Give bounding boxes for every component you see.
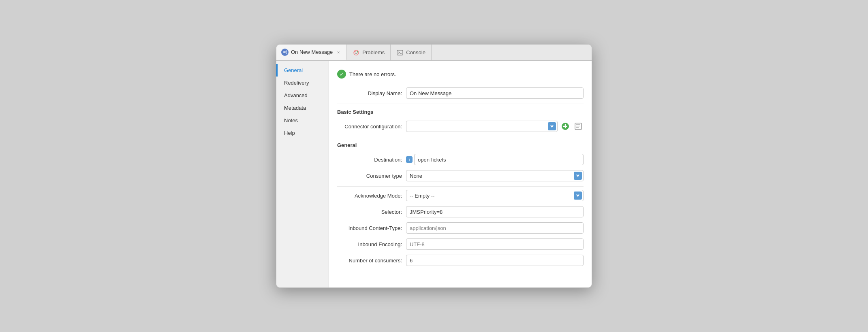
consumer-type-select-wrapper: None Topic Queue — [406, 170, 584, 181]
destination-input-wrap: i — [406, 154, 584, 165]
status-text: There are no errors. — [349, 71, 396, 77]
num-consumers-row: Number of consumers: — [337, 255, 584, 266]
inbound-encoding-input[interactable] — [406, 238, 584, 250]
acknowledge-mode-select[interactable]: -- Empty -- AUTO CLIENT DUPS_OK — [406, 190, 584, 201]
svg-point-0 — [283, 51, 285, 53]
sidebar-item-advanced[interactable]: Advanced — [276, 89, 329, 102]
num-consumers-label: Number of consumers: — [337, 258, 402, 264]
svg-point-1 — [286, 51, 287, 52]
connector-add-button[interactable] — [560, 121, 571, 132]
destination-row: Destination: i — [337, 154, 584, 165]
tab-on-new-message[interactable]: On New Message × — [276, 45, 347, 60]
inbound-content-type-row: Inbound Content-Type: — [337, 222, 584, 234]
connector-config-label: Connector configuration: — [337, 123, 402, 130]
tab-label: On New Message — [291, 49, 333, 55]
acknowledge-mode-label: Acknowledge Mode: — [337, 193, 402, 199]
title-bar: On New Message × Problems — [276, 45, 592, 61]
tab-console[interactable]: Console — [391, 45, 432, 60]
divider-1 — [337, 104, 584, 104]
basic-settings-heading: Basic Settings — [337, 109, 584, 117]
sidebar-item-help[interactable]: Help — [276, 127, 329, 139]
main-layout: General Redelivery Advanced Metadata Not… — [276, 61, 592, 287]
tab-close-button[interactable]: × — [335, 49, 342, 55]
num-consumers-input[interactable] — [406, 255, 584, 266]
display-name-row: Display Name: — [337, 87, 584, 99]
divider-2 — [337, 137, 584, 137]
selector-input[interactable] — [406, 206, 584, 217]
content-area: ✓ There are no errors. Display Name: Bas… — [329, 61, 592, 287]
acknowledge-mode-row: Acknowledge Mode: -- Empty -- AUTO CLIEN… — [337, 190, 584, 201]
tab-console-label: Console — [406, 49, 425, 55]
connector-select-wrapper — [406, 121, 558, 132]
svg-point-2 — [286, 53, 287, 54]
connector-config-row: Connector configuration: — [337, 121, 584, 132]
sidebar: General Redelivery Advanced Metadata Not… — [276, 61, 329, 287]
divider-3 — [337, 186, 584, 187]
destination-input[interactable] — [414, 154, 584, 165]
display-name-label: Display Name: — [337, 90, 402, 96]
sidebar-item-metadata[interactable]: Metadata — [276, 102, 329, 114]
selector-row: Selector: — [337, 206, 584, 217]
connector-edit-button[interactable] — [573, 121, 584, 132]
consumer-type-row: Consumer type None Topic Queue — [337, 170, 584, 181]
display-name-input[interactable] — [406, 87, 584, 99]
inbound-content-type-input[interactable] — [406, 222, 584, 234]
status-bar: ✓ There are no errors. — [337, 67, 584, 81]
connector-config-select[interactable] — [406, 121, 558, 132]
selector-label: Selector: — [337, 209, 402, 215]
tab-problems[interactable]: Problems — [347, 45, 391, 60]
acknowledge-mode-select-wrapper: -- Empty -- AUTO CLIENT DUPS_OK — [406, 190, 584, 201]
flow-icon — [281, 49, 289, 56]
main-window: On New Message × Problems — [276, 44, 592, 288]
consumer-type-select[interactable]: None Topic Queue — [406, 170, 584, 181]
svg-line-3 — [285, 51, 286, 52]
sidebar-item-redelivery[interactable]: Redelivery — [276, 77, 329, 89]
destination-label: Destination: — [337, 157, 402, 163]
inbound-content-type-label: Inbound Content-Type: — [337, 225, 402, 231]
tab-problems-label: Problems — [362, 49, 385, 55]
svg-line-4 — [285, 52, 286, 53]
svg-point-6 — [355, 51, 356, 52]
general-heading: General — [337, 142, 584, 150]
console-icon — [396, 49, 404, 56]
sidebar-item-general[interactable]: General — [276, 64, 329, 77]
status-success-icon: ✓ — [337, 70, 346, 79]
inbound-encoding-label: Inbound Encoding: — [337, 241, 402, 247]
svg-point-5 — [354, 50, 359, 55]
consumer-type-label: Consumer type — [337, 173, 402, 179]
sidebar-item-notes[interactable]: Notes — [276, 114, 329, 127]
inbound-encoding-row: Inbound Encoding: — [337, 238, 584, 250]
svg-point-7 — [357, 51, 358, 52]
problems-icon — [353, 49, 360, 56]
svg-rect-8 — [355, 53, 357, 54]
destination-info-icon: i — [406, 156, 413, 163]
